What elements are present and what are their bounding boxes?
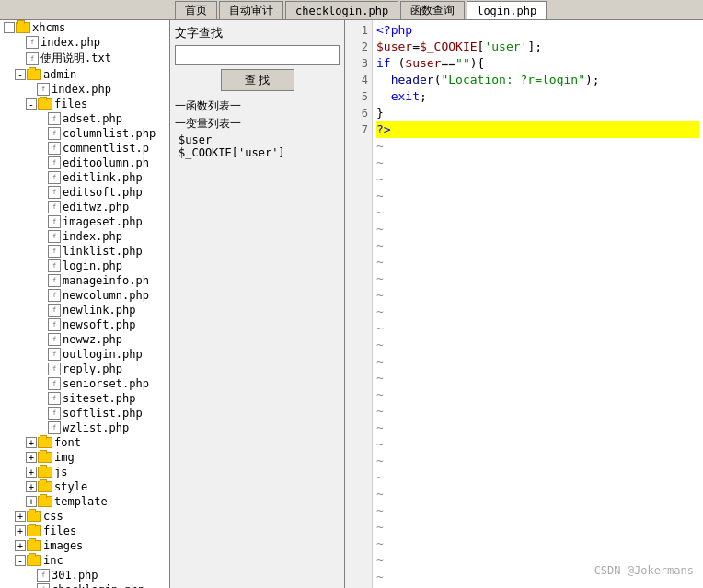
tab-home[interactable]: 首页 bbox=[175, 1, 217, 19]
func-item-cookie[interactable]: $_COOKIE['user'] bbox=[175, 146, 340, 159]
list-item[interactable]: f index.php bbox=[0, 82, 169, 97]
tree-folder-css[interactable]: + css bbox=[0, 509, 169, 524]
tree-label: editwz.php bbox=[63, 201, 129, 213]
list-item[interactable]: f newcolumn.php bbox=[0, 288, 169, 303]
list-item[interactable]: f index.php bbox=[0, 229, 169, 244]
tree-folder-img[interactable]: + img bbox=[0, 450, 169, 465]
tilde-line: ~ bbox=[376, 552, 699, 569]
expand-icon[interactable]: + bbox=[15, 525, 26, 536]
tilde-line: ~ bbox=[376, 304, 699, 320]
list-item[interactable]: f adset.php bbox=[0, 111, 169, 126]
folder-icon bbox=[27, 555, 41, 566]
tree-folder-inc[interactable]: - inc bbox=[0, 553, 169, 568]
tree-label: index.php bbox=[52, 83, 111, 96]
expand-icon[interactable]: + bbox=[26, 481, 37, 492]
list-item[interactable]: f wzlist.php bbox=[0, 421, 169, 435]
list-item[interactable]: f commentlist.p bbox=[0, 141, 169, 156]
list-item[interactable]: f reply.php bbox=[0, 362, 169, 376]
expand-icon[interactable]: + bbox=[26, 467, 37, 478]
tree-label: 使用说明.txt bbox=[40, 51, 111, 66]
file-icon: f bbox=[48, 127, 61, 140]
tree-label: wzlist.php bbox=[63, 421, 129, 434]
tilde-line: ~ bbox=[376, 320, 699, 337]
list-item[interactable]: f newsoft.php bbox=[0, 317, 169, 332]
expand-icon[interactable]: + bbox=[15, 540, 26, 551]
list-item[interactable]: f siteset.php bbox=[0, 391, 169, 406]
list-item[interactable]: f editwz.php bbox=[0, 200, 169, 214]
expand-icon[interactable]: - bbox=[26, 98, 37, 110]
tree-label: index.php bbox=[63, 230, 122, 243]
tab-funcquery[interactable]: 函数查询 bbox=[400, 1, 465, 19]
code-lines[interactable]: <?php $user=$_COOKIE['user']; if ($user=… bbox=[373, 20, 703, 588]
tree-folder-files-root[interactable]: + files bbox=[0, 524, 169, 538]
line-num-7: 7 bbox=[345, 121, 372, 138]
tree-folder-files[interactable]: - files bbox=[0, 97, 169, 111]
tilde-line: ~ bbox=[376, 237, 699, 254]
tilde-line: ~ bbox=[376, 370, 699, 386]
line-num-4: 4 bbox=[345, 72, 372, 88]
func-section-2: 一变量列表一 bbox=[175, 116, 340, 132]
expand-icon[interactable]: - bbox=[4, 22, 15, 33]
list-item[interactable]: f manageinfo.ph bbox=[0, 273, 169, 288]
tilde-line: ~ bbox=[376, 221, 699, 237]
expand-icon[interactable]: + bbox=[26, 452, 37, 463]
tree-label: img bbox=[54, 451, 75, 464]
expand-icon[interactable]: + bbox=[26, 437, 37, 448]
tree-folder-js[interactable]: + js bbox=[0, 465, 169, 479]
tree-folder-style[interactable]: + style bbox=[0, 479, 169, 494]
tree-label: editoolumn.ph bbox=[63, 156, 149, 169]
tree-folder-font[interactable]: + font bbox=[0, 435, 169, 450]
file-icon: f bbox=[37, 83, 50, 96]
list-item[interactable]: f checklogin.php bbox=[0, 582, 169, 588]
list-item[interactable]: f newwz.php bbox=[0, 332, 169, 347]
tilde-line: ~ bbox=[376, 386, 699, 403]
list-item[interactable]: f login.php bbox=[0, 259, 169, 273]
tilde-line: ~ bbox=[376, 536, 699, 552]
tree-label: softlist.php bbox=[63, 407, 143, 420]
folder-icon bbox=[38, 452, 52, 463]
folder-icon bbox=[27, 511, 41, 522]
list-item[interactable]: f editlink.php bbox=[0, 170, 169, 185]
search-input[interactable] bbox=[175, 45, 340, 65]
code-line-2: $user=$_COOKIE['user']; bbox=[376, 39, 699, 55]
expand-icon[interactable]: + bbox=[15, 511, 26, 522]
list-item[interactable]: f softlist.php bbox=[0, 406, 169, 421]
expand-icon[interactable]: - bbox=[15, 555, 26, 566]
list-item[interactable]: f columnlist.php bbox=[0, 126, 169, 141]
list-item[interactable]: f outlogin.php bbox=[0, 347, 169, 362]
list-item[interactable]: f 使用说明.txt bbox=[0, 50, 169, 67]
expand-icon[interactable]: + bbox=[26, 496, 37, 507]
tree-folder-template[interactable]: + template bbox=[0, 494, 169, 509]
file-icon: f bbox=[48, 407, 61, 420]
list-item[interactable]: f imageset.php bbox=[0, 214, 169, 229]
func-item-user[interactable]: $user bbox=[175, 133, 340, 146]
tilde-line: ~ bbox=[376, 254, 699, 271]
folder-icon bbox=[16, 22, 30, 33]
list-item[interactable]: f editsoft.php bbox=[0, 185, 169, 200]
list-item[interactable]: f seniorset.php bbox=[0, 376, 169, 391]
search-button[interactable]: 查 找 bbox=[221, 69, 294, 91]
expand-icon[interactable]: - bbox=[15, 69, 26, 80]
tab-audit[interactable]: 自动审计 bbox=[219, 1, 283, 19]
file-icon: f bbox=[48, 156, 61, 169]
list-item[interactable]: f linklist.php bbox=[0, 244, 169, 259]
tilde-line: ~ bbox=[376, 519, 699, 536]
code-line-3: if ($user==""){ bbox=[376, 55, 699, 72]
list-item[interactable]: f newlink.php bbox=[0, 303, 169, 317]
tab-checklogin[interactable]: checklogin.php bbox=[285, 1, 398, 19]
list-item[interactable]: f editoolumn.ph bbox=[0, 156, 169, 170]
folder-icon bbox=[27, 525, 41, 536]
tree-folder-admin[interactable]: - admin bbox=[0, 67, 169, 82]
tab-login[interactable]: login.php bbox=[467, 1, 547, 19]
list-item[interactable]: f 301.php bbox=[0, 568, 169, 582]
folder-icon bbox=[38, 481, 52, 492]
tree-label: style bbox=[54, 480, 87, 493]
tilde-line: ~ bbox=[376, 353, 699, 370]
tree-folder-images[interactable]: + images bbox=[0, 538, 169, 553]
tree-label: editlink.php bbox=[63, 171, 143, 184]
list-item[interactable]: f index.php bbox=[0, 35, 169, 50]
tree-root[interactable]: - xhcms bbox=[0, 20, 169, 35]
code-line-5: exit; bbox=[376, 88, 699, 105]
tree-label: newcolumn.php bbox=[63, 289, 149, 302]
tree-label: reply.php bbox=[63, 363, 122, 375]
